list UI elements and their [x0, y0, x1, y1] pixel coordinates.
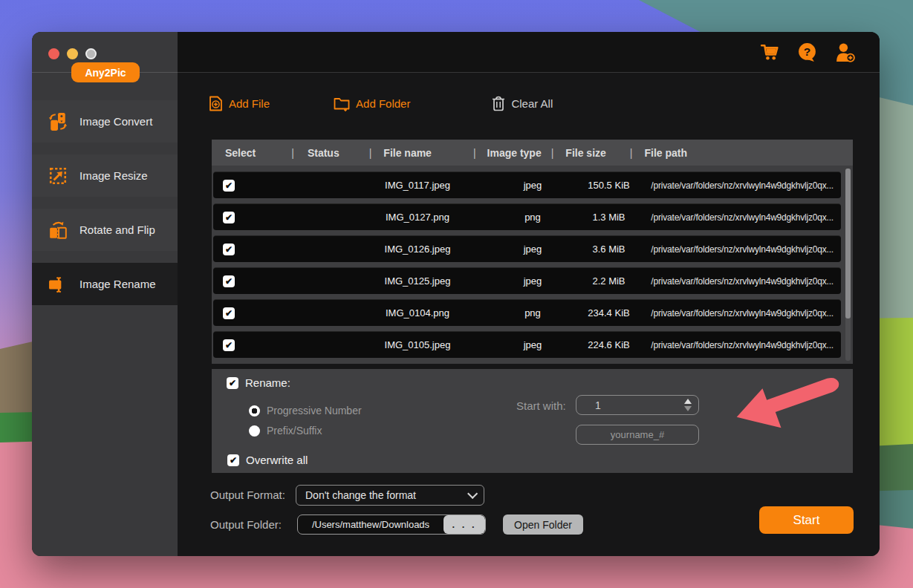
start-with-value: 1 [595, 399, 684, 411]
table-scrollbar[interactable] [845, 169, 851, 361]
minimize-window-button[interactable] [67, 48, 78, 59]
table-row[interactable]: IMG_0105.jpeg jpeg 224.6 KiB /private/va… [213, 331, 841, 358]
stepper-down-icon[interactable] [684, 406, 692, 411]
sidebar-item-image-convert[interactable]: Image Convert [32, 100, 178, 143]
row-image-type: jpeg [499, 172, 566, 198]
annotation-arrow [732, 373, 851, 434]
output-format-label: Output Format: [210, 489, 285, 501]
row-file-name: IMG_0126.jpeg [339, 236, 496, 262]
sidebar-item-image-rename[interactable]: Image Rename [32, 263, 178, 305]
overwrite-all-checkbox[interactable] [227, 454, 239, 466]
row-select-checkbox[interactable] [223, 212, 235, 223]
row-file-size: 234.4 KiB [566, 300, 652, 326]
help-icon[interactable]: ? [796, 42, 818, 63]
add-folder-label: Add Folder [356, 97, 410, 110]
rotate-flip-icon [48, 220, 68, 240]
row-file-path: /private/var/folders/nz/xrvlwyln4w9dgkhv… [666, 268, 834, 294]
header-select: Select [225, 147, 256, 159]
zoom-window-button[interactable] [85, 48, 97, 59]
rename-checkbox[interactable] [227, 377, 238, 389]
row-image-type: jpeg [499, 236, 566, 262]
file-table: Select | Status | File name | Image type… [212, 140, 853, 364]
row-file-path: /private/var/folders/nz/xrvlwyln4w9dgkhv… [666, 236, 834, 262]
progressive-number-label: Progressive Number [267, 405, 362, 416]
table-header: Select | Status | File name | Image type… [212, 140, 853, 166]
sidebar-item-rotate-and-flip[interactable]: Rotate and Flip [32, 209, 178, 251]
header-image-type: Image type [487, 147, 542, 159]
rename-label: Rename: [245, 376, 290, 389]
sidebar-item-label: Image Resize [79, 169, 148, 182]
add-file-icon [209, 96, 223, 111]
table-row[interactable]: IMG_0127.png png 1.3 MiB /private/var/fo… [213, 203, 841, 230]
sidebar-item-image-resize[interactable]: Image Resize [32, 154, 178, 197]
start-with-label: Start with: [516, 399, 566, 412]
row-file-name: IMG_0127.png [339, 204, 496, 230]
image-resize-icon [48, 166, 68, 186]
overwrite-all-label: Overwrite all [246, 454, 308, 466]
rename-pattern-input[interactable]: yourname_# [576, 425, 699, 445]
header-status: Status [308, 147, 339, 159]
start-button[interactable]: Start [759, 506, 854, 534]
row-image-type: jpeg [499, 332, 566, 358]
row-file-size: 224.6 KiB [566, 332, 652, 358]
close-window-button[interactable] [48, 48, 59, 59]
sidebar: Image Convert Image Resize [32, 32, 178, 556]
toolbar: Add File Add Folder [209, 96, 553, 111]
progressive-number-radio[interactable] [249, 405, 260, 416]
row-file-name: IMG_0125.jpeg [339, 268, 496, 294]
clear-all-label: Clear All [511, 97, 553, 110]
stepper-up-icon[interactable] [684, 399, 692, 404]
image-convert-icon [48, 112, 68, 131]
row-file-name: IMG_0105.jpeg [339, 332, 496, 358]
row-select-checkbox[interactable] [223, 307, 235, 319]
table-body: IMG_0117.jpeg jpeg 150.5 KiB /private/va… [212, 166, 853, 364]
row-file-name: IMG_0104.png [339, 300, 496, 326]
row-file-path: /private/var/folders/nz/xrvlwyln4w9dgkhv… [666, 300, 834, 326]
table-row[interactable]: IMG_0125.jpeg jpeg 2.2 MiB /private/var/… [213, 267, 841, 294]
output-folder-label: Output Folder: [210, 518, 282, 531]
row-select-checkbox[interactable] [223, 339, 235, 351]
add-account-icon[interactable] [834, 42, 856, 63]
clear-all-button[interactable]: Clear All [492, 96, 553, 111]
add-file-button[interactable]: Add File [209, 96, 270, 111]
header-file-name: File name [383, 147, 432, 159]
cart-icon[interactable] [758, 42, 780, 63]
table-row[interactable]: IMG_0104.png png 234.4 KiB /private/var/… [213, 299, 841, 326]
app-logo-badge: Any2Pic [71, 62, 140, 82]
sidebar-item-label: Rotate and Flip [79, 223, 155, 236]
prefix-suffix-label: Prefix/Suffix [267, 425, 322, 437]
row-select-checkbox[interactable] [223, 275, 235, 287]
output-format-select[interactable]: Don't change the format [296, 485, 484, 506]
browse-folder-button[interactable]: . . . [443, 515, 485, 534]
row-file-size: 150.5 KiB [566, 172, 652, 198]
output-format-value: Don't change the format [305, 489, 416, 501]
stepper-arrows[interactable] [684, 399, 692, 411]
rename-panel: Rename: Progressive Number Prefix/Suffix… [212, 369, 853, 473]
svg-text:?: ? [804, 45, 810, 58]
start-with-stepper[interactable]: 1 [576, 395, 699, 415]
add-folder-button[interactable]: Add Folder [334, 97, 410, 111]
trash-icon [492, 96, 505, 111]
add-file-label: Add File [229, 97, 270, 110]
output-folder-field[interactable]: /Users/matthew/Downloads . . . [297, 514, 486, 535]
row-file-size: 3.6 MiB [566, 236, 652, 262]
table-row[interactable]: IMG_0126.jpeg jpeg 3.6 MiB /private/var/… [213, 235, 841, 262]
titlebar-divider [32, 72, 880, 73]
sidebar-item-label: Image Convert [79, 115, 152, 128]
chevron-down-icon [467, 489, 478, 499]
row-select-checkbox[interactable] [223, 244, 235, 255]
row-file-path: /private/var/folders/nz/xrvlwyln4w9dgkhv… [666, 204, 834, 230]
row-image-type: jpeg [499, 268, 566, 294]
output-folder-value: /Users/matthew/Downloads [298, 515, 443, 534]
row-file-size: 1.3 MiB [566, 204, 652, 230]
main-content: Add File Add Folder [178, 72, 880, 556]
image-rename-icon [48, 275, 68, 294]
traffic-lights [48, 48, 97, 59]
row-image-type: png [499, 300, 566, 326]
table-row[interactable]: IMG_0117.jpeg jpeg 150.5 KiB /private/va… [213, 172, 841, 198]
prefix-suffix-radio[interactable] [249, 425, 260, 437]
row-select-checkbox[interactable] [223, 180, 235, 192]
row-file-path: /private/var/folders/nz/xrvlwyln4w9dgkhv… [666, 332, 834, 358]
open-folder-button[interactable]: Open Folder [503, 514, 583, 535]
table-scrollbar-thumb[interactable] [845, 169, 851, 318]
